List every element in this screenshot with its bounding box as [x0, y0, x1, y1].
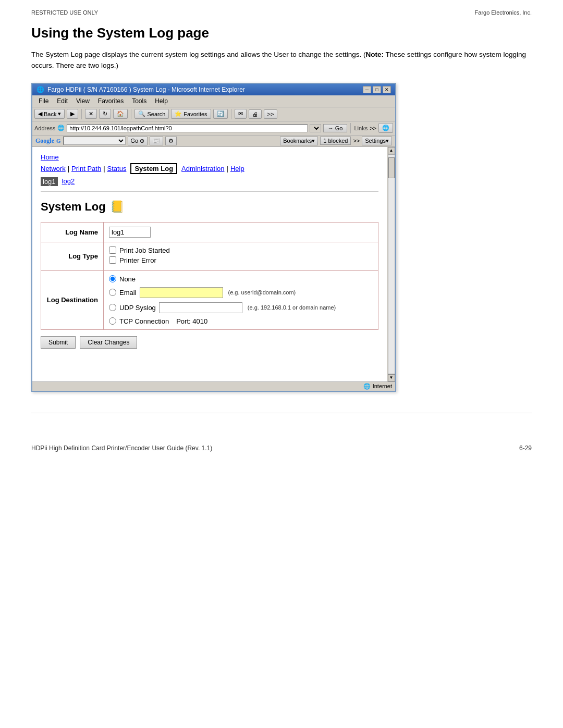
browser-content-area: Home Network | Print Path | Status Syste… — [32, 147, 395, 381]
syslog-form-table: Log Name Log Type Print Job Sta — [41, 222, 378, 330]
go-label: Go — [335, 125, 343, 131]
radio-udp[interactable] — [109, 304, 116, 311]
browser-addressbar: Address 🌐 http://10.244.69.101/logpathCo… — [32, 121, 395, 135]
browser-statusbar: 🌐 Internet — [32, 381, 395, 391]
google-options-btn[interactable]: ⚙ — [165, 137, 177, 145]
addr-separator — [350, 123, 351, 133]
radio-udp-label: UDP Syslog — [119, 304, 156, 312]
menu-help[interactable]: Help — [151, 96, 172, 106]
syslog-title-text: System Log — [41, 200, 106, 214]
browser-titlebar-controls: ─ □ ✕ — [363, 86, 391, 93]
udp-input[interactable] — [159, 302, 242, 313]
page-header: RESTRICTED USE ONLY Fargo Electronics, I… — [0, 0, 563, 20]
menu-file[interactable]: File — [34, 96, 53, 106]
google-go-btn[interactable]: Go ⊕ — [128, 137, 148, 145]
email-hint: (e.g. userid@domain.com) — [228, 289, 296, 295]
minimize-button[interactable]: ─ — [363, 86, 371, 93]
checkbox-printerror[interactable] — [109, 256, 116, 264]
menu-view[interactable]: View — [72, 96, 94, 106]
checkbox-printjob-row: Print Job Started — [109, 246, 373, 254]
address-input[interactable]: http://10.244.69.101/logpathConf.html?0 — [67, 124, 307, 132]
syslog-title: System Log 📒 — [41, 200, 378, 214]
google-news-btn[interactable]: 📰 — [150, 137, 163, 145]
radio-email[interactable] — [109, 289, 116, 296]
google-bookmarks-btn[interactable]: Bookmarks▾ — [280, 137, 318, 145]
nav-subitem-log1[interactable]: log1 — [41, 177, 58, 186]
page-divider — [31, 413, 532, 413]
address-url: http://10.244.69.101/logpathConf.html?0 — [69, 125, 172, 131]
nav-link-administration[interactable]: Administration — [181, 165, 224, 172]
nav-link-printpath[interactable]: Print Path — [71, 165, 101, 172]
refresh-button[interactable]: ↻ — [99, 109, 111, 119]
google-blocked-btn[interactable]: 1 blocked — [320, 137, 351, 145]
mail-icon: ✉ — [238, 110, 243, 117]
scrollbar-track — [388, 154, 395, 374]
more-button[interactable]: >> — [264, 109, 278, 119]
submit-button[interactable]: Submit — [41, 336, 76, 349]
radio-tcp[interactable] — [109, 317, 116, 325]
scrollbar-thumb[interactable] — [388, 157, 395, 178]
description-text1: The System Log page displays the current… — [31, 51, 366, 58]
description: The System Log page displays the current… — [31, 50, 532, 71]
search-icon: 🔍 — [138, 110, 145, 117]
maximize-button[interactable]: □ — [373, 86, 381, 93]
radio-none[interactable] — [109, 275, 116, 282]
google-settings-btn[interactable]: Settings▾ — [362, 137, 392, 145]
toolbar-separator-2 — [131, 109, 131, 119]
footer-right: 6-29 — [519, 445, 532, 452]
radio-email-label: Email — [119, 289, 137, 297]
google-g-icon: G — [56, 138, 61, 144]
header-right: Fargo Electronics, Inc. — [475, 9, 532, 16]
google-logo: Google — [35, 137, 54, 145]
home-nav-button[interactable]: 🏠 — [113, 109, 128, 119]
print-icon: 🖨 — [252, 111, 258, 117]
email-input[interactable] — [140, 287, 223, 298]
checkbox-printerror-row: Printer Error — [109, 256, 373, 264]
stop-button[interactable]: ✕ — [85, 109, 97, 119]
header-left: RESTRICTED USE ONLY — [31, 9, 98, 16]
nav-subitem-log2[interactable]: log2 — [62, 177, 75, 186]
form-buttons: Submit Clear Changes — [41, 336, 378, 349]
addr-extra-btn[interactable]: 🌐 — [378, 123, 393, 133]
media-button[interactable]: 🔄 — [213, 109, 228, 119]
browser-menubar: File Edit View Favorites Tools Help — [32, 95, 395, 107]
nav-home-link[interactable]: Home — [41, 153, 378, 161]
clear-changes-button[interactable]: Clear Changes — [80, 336, 137, 349]
print-button[interactable]: 🖨 — [249, 109, 262, 119]
checkbox-printjob[interactable] — [109, 246, 116, 254]
close-button[interactable]: ✕ — [383, 86, 391, 93]
nav-link-status[interactable]: Status — [107, 165, 127, 172]
go-button[interactable]: → Go — [323, 124, 348, 132]
search-button[interactable]: 🔍 Search — [134, 109, 169, 119]
nav-subitems: log1 log2 — [41, 177, 378, 186]
menu-tools[interactable]: Tools — [128, 96, 151, 106]
google-more: >> — [353, 138, 360, 144]
nav-link-network[interactable]: Network — [41, 165, 66, 172]
forward-button[interactable]: ▶ — [67, 109, 78, 119]
browser-title-text: Fargo HDPii ( S/N A7160166 ) System Log … — [47, 86, 245, 93]
checkbox-printjob-label: Print Job Started — [119, 246, 170, 254]
search-label: Search — [147, 111, 165, 117]
radio-none-row: None — [109, 275, 373, 283]
internet-label: Internet — [373, 383, 392, 389]
log-name-input[interactable] — [109, 227, 151, 238]
favorites-button[interactable]: ⭐ Favorites — [171, 109, 211, 119]
browser-title-area: 🌐 Fargo HDPii ( S/N A7160166 ) System Lo… — [36, 86, 245, 93]
menu-favorites[interactable]: Favorites — [94, 96, 128, 106]
nav-link-help[interactable]: Help — [230, 165, 244, 172]
tcp-port-label: Port: 4010 — [176, 317, 207, 325]
back-button[interactable]: ◀ Back ▾ — [34, 109, 65, 119]
go-arrow-icon: → — [328, 125, 334, 131]
checkbox-printerror-label: Printer Error — [119, 256, 156, 264]
favorites-label: Favorites — [183, 111, 207, 117]
statusbar-internet: 🌐 Internet — [363, 383, 392, 390]
scrollbar-up-arrow[interactable]: ▲ — [388, 147, 395, 154]
google-search-input[interactable] — [63, 137, 126, 145]
toolbar-separator-1 — [81, 109, 82, 119]
scrollbar-down-arrow[interactable]: ▼ — [388, 374, 395, 381]
mail-button[interactable]: ✉ — [235, 109, 247, 119]
menu-edit[interactable]: Edit — [53, 96, 72, 106]
links-more-icon: >> — [370, 125, 376, 131]
toolbar-separator-3 — [231, 109, 231, 119]
address-dropdown[interactable] — [310, 124, 321, 132]
